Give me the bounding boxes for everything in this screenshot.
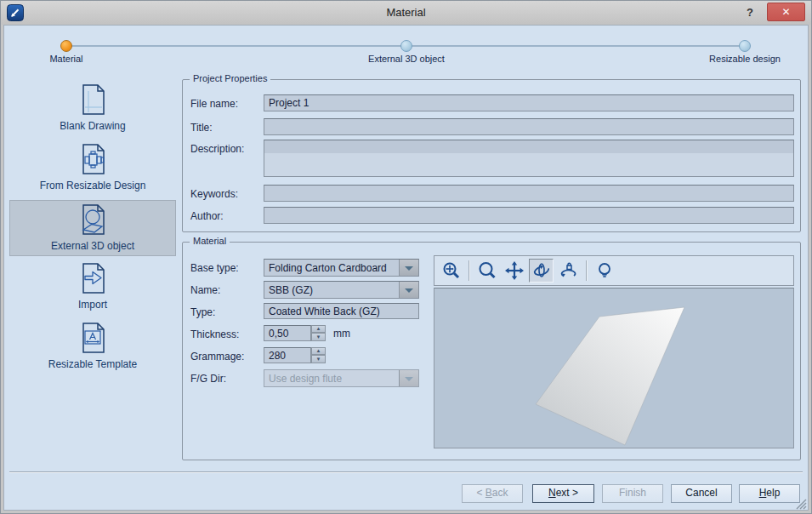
sidebar-item-label: From Resizable Design bbox=[40, 180, 146, 191]
chevron-down-icon bbox=[399, 370, 418, 386]
material-legend: Material bbox=[190, 236, 230, 246]
sidebar-item-label: Blank Drawing bbox=[60, 120, 125, 132]
spin-up-icon[interactable]: ▲ bbox=[311, 347, 326, 355]
zoom-fit-button[interactable] bbox=[439, 259, 463, 283]
lighting-icon bbox=[594, 260, 615, 281]
toolbar-separator bbox=[586, 260, 587, 281]
sidebar-item-external-3d-object[interactable]: External 3D object bbox=[9, 200, 176, 256]
zoom-icon bbox=[477, 260, 497, 281]
preview-toolbar bbox=[434, 255, 794, 286]
sidebar-item-blank-drawing[interactable]: Blank Drawing bbox=[9, 81, 176, 137]
grammage-input[interactable]: 280 bbox=[264, 347, 311, 363]
pan-icon bbox=[504, 260, 525, 281]
preview-3d-viewport[interactable] bbox=[434, 288, 794, 448]
description-label: Description: bbox=[190, 143, 244, 155]
author-input[interactable] bbox=[264, 207, 794, 224]
keywords-input[interactable] bbox=[264, 185, 794, 202]
sidebar-item-label: External 3D object bbox=[51, 240, 134, 252]
fg-dir-value: Use design flute bbox=[269, 373, 398, 385]
cardboard-sheet-3d bbox=[434, 288, 793, 448]
keywords-label: Keywords: bbox=[190, 188, 238, 200]
from-resizable-design-icon bbox=[74, 140, 111, 178]
close-button[interactable]: ✕ bbox=[767, 3, 805, 21]
title-label: Title: bbox=[190, 122, 213, 134]
fg-dir-label: F/G Dir: bbox=[190, 373, 226, 385]
material-dialog: Material ? ✕ Material External 3D object… bbox=[0, 0, 812, 514]
base-type-value: Folding Carton Cardboard bbox=[269, 262, 398, 274]
finish-button: Finish bbox=[602, 484, 663, 503]
resize-grip[interactable] bbox=[794, 497, 807, 510]
sidebar-item-label: Import bbox=[78, 299, 107, 311]
cancel-button[interactable]: Cancel bbox=[671, 484, 732, 503]
grammage-stepper[interactable]: ▲ ▼ bbox=[311, 347, 326, 363]
sidebar-item-label: Resizable Template bbox=[48, 358, 138, 370]
material-name-select[interactable]: SBB (GZ) bbox=[264, 281, 419, 299]
project-properties-legend: Project Properties bbox=[190, 73, 270, 83]
author-label: Author: bbox=[190, 210, 224, 222]
sidebar-item-resizable-template[interactable]: Resizable Template bbox=[9, 319, 176, 375]
sidebar-item-from-resizable-design[interactable]: From Resizable Design bbox=[9, 140, 176, 197]
thickness-label: Thickness: bbox=[190, 328, 239, 340]
project-properties-group: Project Properties File name: Project 1 … bbox=[182, 79, 801, 232]
close-icon: ✕ bbox=[781, 6, 790, 18]
thickness-input[interactable]: 0,50 bbox=[264, 325, 311, 341]
title-bar[interactable]: Material ? ✕ bbox=[1, 1, 811, 25]
turntable-rotate-icon bbox=[559, 260, 579, 281]
rotate-button[interactable] bbox=[529, 259, 554, 283]
base-type-select[interactable]: Folding Carton Cardboard bbox=[264, 259, 419, 277]
zoom-button[interactable] bbox=[474, 259, 499, 283]
blank-drawing-icon bbox=[74, 81, 111, 118]
next-button[interactable]: Next > bbox=[532, 484, 594, 503]
back-button: < Back bbox=[462, 484, 523, 503]
type-input: Coated White Back (GZ) bbox=[264, 303, 419, 319]
window-title: Material bbox=[1, 1, 811, 25]
material-group: Material Base type: Folding Carton Cardb… bbox=[182, 242, 801, 460]
name-label: Name: bbox=[190, 284, 220, 296]
sidebar-item-import[interactable]: Import bbox=[9, 260, 176, 316]
help-title-button[interactable]: ? bbox=[741, 4, 758, 21]
type-label: Type: bbox=[190, 306, 215, 318]
step-label-external-3d-object: External 3D object bbox=[338, 54, 474, 64]
chevron-down-icon[interactable] bbox=[399, 260, 418, 276]
spin-down-icon[interactable]: ▼ bbox=[311, 355, 326, 363]
base-type-label: Base type: bbox=[190, 262, 239, 274]
fg-dir-select: Use design flute bbox=[264, 369, 419, 387]
chevron-down-icon[interactable] bbox=[399, 282, 418, 298]
material-name-value: SBB (GZ) bbox=[269, 284, 398, 296]
grammage-label: Grammage: bbox=[190, 351, 244, 363]
step-dot-external-3d-object bbox=[400, 40, 412, 52]
step-label-material: Material bbox=[24, 54, 109, 64]
step-label-resizable-design: Resizable design bbox=[677, 54, 812, 64]
thickness-unit: mm bbox=[333, 328, 350, 340]
turntable-rotate-button[interactable] bbox=[556, 259, 581, 283]
external-3d-object-icon bbox=[74, 201, 111, 238]
rotate-icon bbox=[531, 260, 552, 281]
pan-button[interactable] bbox=[502, 259, 526, 283]
import-icon bbox=[74, 260, 111, 297]
spin-up-icon[interactable]: ▲ bbox=[311, 325, 326, 333]
resizable-template-icon bbox=[74, 319, 111, 357]
footer-divider bbox=[9, 471, 803, 473]
help-button[interactable]: Help bbox=[739, 484, 800, 503]
zoom-fit-icon bbox=[441, 260, 462, 281]
step-dot-resizable-design bbox=[739, 40, 751, 52]
file-name-label: File name: bbox=[190, 98, 238, 110]
thickness-stepper[interactable]: ▲ ▼ bbox=[311, 325, 326, 341]
lighting-button[interactable] bbox=[592, 259, 616, 283]
description-input[interactable] bbox=[264, 140, 794, 177]
title-input[interactable] bbox=[264, 118, 794, 135]
toolbar-separator bbox=[468, 260, 469, 281]
file-name-input[interactable]: Project 1 bbox=[264, 94, 794, 111]
spin-down-icon[interactable]: ▼ bbox=[311, 333, 326, 341]
step-dot-material bbox=[60, 40, 72, 52]
